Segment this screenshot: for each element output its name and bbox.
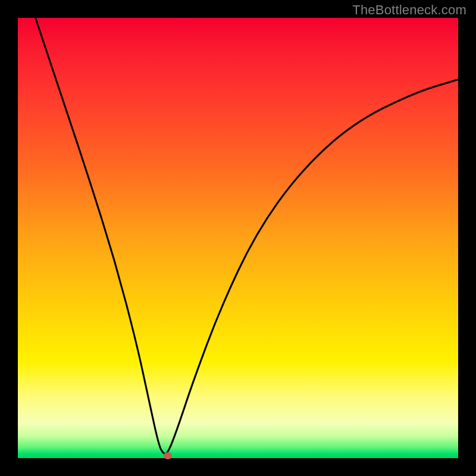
chart-frame: TheBottleneck.com [0, 0, 476, 476]
plot-area [18, 18, 458, 458]
minimum-marker-icon [164, 452, 172, 459]
watermark-text: TheBottleneck.com [352, 2, 466, 18]
curve-path [36, 18, 458, 454]
bottleneck-curve [18, 18, 458, 458]
